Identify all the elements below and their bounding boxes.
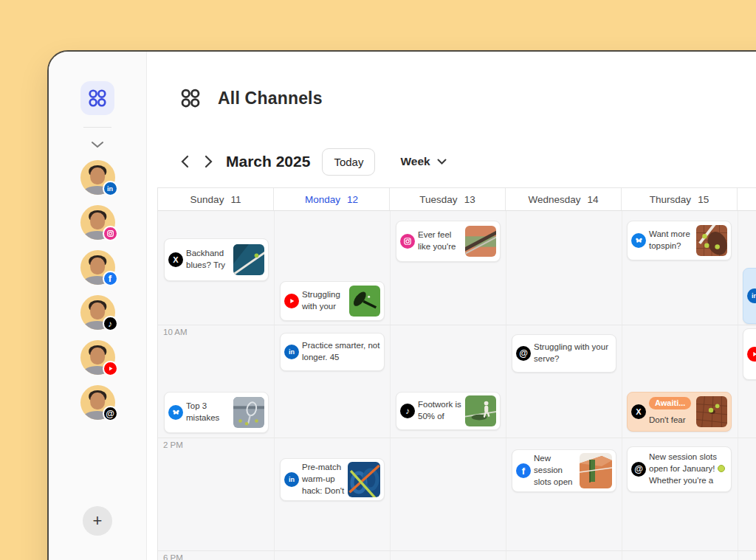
post-thumbnail (465, 395, 496, 426)
calendar-grid: Sunday 11 Monday 12 Tuesday 13 Wednesday… (157, 187, 756, 560)
grid-column-line (390, 211, 391, 560)
channel-avatar-youtube[interactable] (80, 340, 115, 375)
time-gridline (158, 438, 756, 438)
calendar-event-x-backhand[interactable]: X Backhand blues? Try (164, 238, 269, 281)
chevron-down-icon[interactable] (86, 136, 109, 153)
app-window: in f ♪ (47, 50, 756, 560)
calendar-event-tiktok-footwork[interactable]: ♪ Footwork is 50% of (396, 392, 501, 430)
day-name: Sunday (190, 194, 224, 205)
event-text: New session slots open (534, 453, 577, 488)
all-channels-grid-button[interactable] (80, 81, 114, 115)
tiktok-icon: ♪ (103, 316, 118, 331)
calendar-event-youtube-partial[interactable] (743, 328, 756, 380)
post-thumbnail (233, 244, 264, 275)
day-header-monday[interactable]: Monday 12 (274, 188, 390, 210)
calendar-event-bluesky-top3[interactable]: Top 3 mistakes (164, 392, 269, 433)
event-text: Want more topspin? (649, 229, 693, 252)
event-text-line: New session slots open for January! (649, 452, 717, 473)
view-select-value: Week (400, 155, 430, 168)
time-label: 10 AM (163, 328, 188, 336)
post-thumbnail (348, 462, 380, 497)
event-text: New session slots open for January! Whet… (649, 452, 727, 487)
calendar-event-linkedin-prematch[interactable]: in Pre-match warm-up hack: Don't (280, 458, 385, 501)
post-thumbnail (465, 226, 496, 257)
view-select-dropdown[interactable]: Week (400, 155, 446, 168)
bluesky-icon (631, 233, 646, 248)
calendar-event-instagram-everfeel[interactable]: Ever feel like you're (396, 221, 501, 262)
page-header: All Channels (179, 87, 323, 109)
day-name: Wednesday (528, 194, 580, 205)
event-text: Top 3 mistakes (186, 401, 230, 424)
grid-circles-icon (179, 87, 202, 109)
day-header-wednesday[interactable]: Wednesday 14 (506, 188, 622, 210)
threads-icon: @ (516, 346, 531, 361)
next-week-button[interactable] (196, 150, 220, 173)
prev-week-button[interactable] (173, 150, 196, 173)
linkedin-icon: in (747, 288, 756, 303)
event-text-line: Don't fear (649, 415, 686, 424)
month-label: March 2025 (226, 153, 310, 170)
day-date: 14 (588, 194, 599, 205)
threads-icon: @ (103, 406, 118, 421)
event-text: Awaiti... Don't fear (649, 397, 693, 426)
plus-icon: + (93, 513, 103, 529)
linkedin-icon: in (103, 181, 118, 196)
youtube-icon (103, 361, 118, 376)
day-date: 11 (230, 194, 241, 205)
chevron-down-icon (437, 159, 447, 165)
day-header-partial (738, 188, 756, 210)
awaiting-status-badge: Awaiti... (649, 397, 691, 409)
sidebar: in f ♪ (49, 52, 147, 560)
calendar-event-facebook-slots[interactable]: f New session slots open (512, 449, 616, 492)
channel-avatar-linkedin[interactable]: in (80, 160, 115, 195)
day-header-sunday[interactable]: Sunday 11 (158, 188, 274, 210)
post-thumbnail (696, 396, 727, 427)
event-text: Struggling with your serve? (534, 342, 612, 365)
day-date: 12 (347, 194, 358, 205)
event-text-line: Whether you're a (649, 476, 713, 485)
channel-avatar-facebook[interactable]: f (80, 250, 115, 285)
youtube-icon (284, 294, 299, 308)
time-gridline (158, 550, 756, 551)
event-text: Struggling with your (302, 289, 346, 313)
calendar-event-bluesky-topspin[interactable]: Want more topspin? (627, 221, 732, 260)
calendar-event-threads-serve[interactable]: @ Struggling with your serve? (512, 334, 616, 373)
post-thumbnail (580, 453, 612, 488)
instagram-icon (400, 234, 415, 249)
post-thumbnail (696, 225, 727, 256)
event-text: Ever feel like you're (418, 229, 462, 253)
channel-avatar-tiktok[interactable]: ♪ (80, 295, 115, 330)
today-button[interactable]: Today (322, 148, 375, 176)
tennis-ball-emoji (718, 465, 725, 472)
channel-avatar-threads[interactable]: @ (80, 385, 115, 420)
grid-column-line (622, 211, 622, 560)
grid-column-line (274, 211, 275, 560)
grid-column-line (506, 211, 506, 560)
x-icon: X (168, 252, 183, 267)
add-channel-button[interactable]: + (83, 506, 112, 536)
day-name: Thursday (650, 194, 691, 205)
event-text: Footwork is 50% of (418, 399, 462, 423)
time-label: 6 PM (163, 553, 183, 560)
post-thumbnail (349, 286, 380, 317)
calendar-event-youtube-struggling[interactable]: Struggling with your (280, 281, 385, 321)
calendar-event-threads-january[interactable]: @ New session slots open for January! Wh… (627, 446, 732, 492)
youtube-icon (747, 347, 756, 362)
event-text: Pre-match warm-up hack: Don't (302, 462, 345, 497)
day-header-tuesday[interactable]: Tuesday 13 (390, 188, 506, 210)
event-text: Practice smarter, not longer. 45 (302, 340, 380, 364)
day-header-thursday[interactable]: Thursday 15 (622, 188, 738, 210)
grid-circles-icon (87, 88, 108, 108)
page-title: All Channels (218, 89, 323, 108)
threads-icon: @ (631, 462, 646, 477)
day-name: Tuesday (419, 194, 457, 205)
calendar-event-linkedin-partial[interactable]: in (743, 268, 756, 324)
calendar-toolbar: March 2025 Today Week All posts (173, 146, 756, 177)
sidebar-divider (83, 127, 111, 128)
tiktok-icon: ♪ (400, 404, 415, 418)
channel-avatar-instagram[interactable] (80, 205, 115, 240)
calendar-event-linkedin-practice[interactable]: in Practice smarter, not longer. 45 (280, 333, 385, 371)
calendar-event-x-awaiting[interactable]: X Awaiti... Don't fear (627, 392, 732, 432)
event-text: Backhand blues? Try (186, 248, 230, 272)
time-label: 2 PM (163, 440, 183, 449)
